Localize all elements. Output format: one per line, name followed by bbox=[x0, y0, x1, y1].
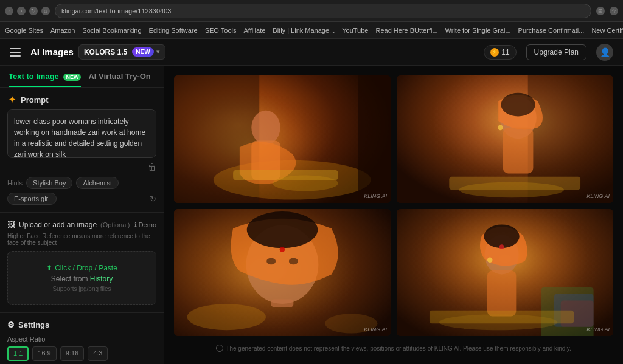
settings-label: Settings bbox=[18, 320, 49, 329]
footer-note: i The generated content does not represe… bbox=[174, 342, 613, 354]
version-dropdown[interactable]: KOLORS 1.5 NEW ▾ bbox=[78, 44, 165, 60]
text-to-image-badge: NEW bbox=[63, 74, 81, 81]
image-cell-1[interactable]: KLING AI bbox=[174, 75, 391, 203]
hints-bar: Hints Stylish Boy Alchemist E-sports gir… bbox=[7, 177, 156, 205]
bookmark-read[interactable]: Read Here BUtterfi... bbox=[375, 27, 437, 34]
upload-section: 🖼 Upload or add an image (Optional) ℹ De… bbox=[0, 213, 164, 313]
bookmarks-bar: Google Sites Amazon Social Bookmarking E… bbox=[0, 22, 623, 39]
bookmark-affiliate[interactable]: Affiliate bbox=[243, 27, 265, 34]
supports-text: Supports jpg/png files bbox=[20, 286, 144, 292]
image-grid: KLING AI bbox=[174, 75, 613, 336]
upload-icon: 🖼 bbox=[7, 220, 15, 229]
settings-section: ⚙ Settings Aspect Ratio 1:1 16:9 9:16 4:… bbox=[0, 313, 164, 364]
bookmark-bitly[interactable]: Bitly | Link Manage... bbox=[273, 27, 335, 34]
credits-icon: ⚡ bbox=[490, 48, 499, 57]
aspect-16-9[interactable]: 16:9 bbox=[32, 346, 56, 361]
select-from-label: Select from History bbox=[20, 275, 144, 283]
prompt-footer: 🗑 bbox=[7, 162, 156, 172]
aspect-1-1[interactable]: 1:1 bbox=[7, 346, 29, 361]
bookmark-seo[interactable]: SEO Tools bbox=[205, 27, 237, 34]
image-3-overlay: KLING AI bbox=[174, 209, 391, 337]
settings-icon: ⚙ bbox=[7, 320, 15, 329]
bookmark-youtube[interactable]: YouTube bbox=[342, 27, 368, 34]
aspect-4-3[interactable]: 4:3 bbox=[88, 346, 108, 361]
image-cell-3[interactable]: KLING AI bbox=[174, 209, 391, 337]
aspect-9-16[interactable]: 9:16 bbox=[60, 346, 84, 361]
extensions-button[interactable]: ⊞ bbox=[596, 7, 605, 15]
bookmark-certificate[interactable]: New Certificate - Ze... bbox=[591, 27, 623, 34]
upload-title: 🖼 Upload or add an image (Optional) bbox=[7, 220, 130, 229]
image-1-overlay: KLING AI bbox=[174, 75, 391, 203]
upload-hint-text: Higher Face Reference means more referen… bbox=[7, 233, 156, 246]
browser-chrome: ‹ › ↻ ⌂ klingai.com/text-to-image/112830… bbox=[0, 0, 623, 22]
back-button[interactable]: ‹ bbox=[5, 7, 13, 15]
bookmark-google-sites[interactable]: Google Sites bbox=[5, 27, 43, 34]
tab-virtual-try-on[interactable]: AI Virtual Try-On bbox=[88, 72, 150, 87]
prompt-header: ✦ Prompt bbox=[7, 95, 156, 105]
sidebar: Text to Image NEW AI Virtual Try-On ✦ Pr… bbox=[0, 66, 164, 364]
bookmark-social[interactable]: Social Bookmarking bbox=[82, 27, 141, 34]
bookmark-write[interactable]: Write for Single Grai... bbox=[445, 27, 511, 34]
image-cell-2[interactable]: KLING AI bbox=[397, 75, 613, 203]
hamburger-menu[interactable] bbox=[10, 48, 21, 57]
image-2-overlay: KLING AI bbox=[397, 75, 613, 203]
main-content: Text to Image NEW AI Virtual Try-On ✦ Pr… bbox=[0, 66, 623, 364]
demo-link[interactable]: ℹ Demo bbox=[134, 221, 156, 228]
hint-stylish-boy[interactable]: Stylish Boy bbox=[26, 177, 72, 189]
prompt-label: Prompt bbox=[21, 95, 49, 105]
credits-display: ⚡ 11 bbox=[484, 45, 516, 60]
watermark-4: KLING AI bbox=[586, 326, 610, 332]
tab-bar: Text to Image NEW AI Virtual Try-On bbox=[0, 66, 164, 88]
reload-button[interactable]: ↻ bbox=[29, 7, 38, 15]
info-icon: i bbox=[216, 345, 223, 352]
home-button[interactable]: ⌂ bbox=[41, 7, 50, 15]
prompt-section: ✦ Prompt lower class poor womans intrica… bbox=[0, 88, 164, 213]
bookmark-editing[interactable]: Editing Software bbox=[149, 27, 198, 34]
new-badge: NEW bbox=[132, 47, 153, 57]
info-icon: ℹ bbox=[134, 221, 137, 228]
refresh-hints-button[interactable]: ↻ bbox=[150, 194, 156, 204]
browser-controls: ‹ › ↻ ⌂ bbox=[5, 7, 50, 15]
watermark-2: KLING AI bbox=[586, 193, 610, 199]
credits-count: 11 bbox=[501, 48, 509, 57]
clear-prompt-button[interactable]: 🗑 bbox=[148, 162, 156, 172]
version-label: KOLORS 1.5 bbox=[84, 48, 127, 57]
prompt-input[interactable]: lower class poor womans intricately work… bbox=[7, 109, 156, 158]
bookmark-amazon[interactable]: Amazon bbox=[50, 27, 75, 34]
logo-text: AI Images bbox=[30, 47, 74, 57]
hint-alchemist[interactable]: Alchemist bbox=[76, 177, 119, 189]
footer-text: The generated content does not represent… bbox=[226, 345, 571, 352]
upload-label: Upload or add an image bbox=[19, 221, 97, 229]
upload-header: 🖼 Upload or add an image (Optional) ℹ De… bbox=[7, 220, 156, 229]
bookmark-purchase[interactable]: Purchase Confirmati... bbox=[518, 27, 585, 34]
hints-label: Hints bbox=[7, 179, 23, 187]
upload-cta-text: Click / Drop / Paste bbox=[55, 264, 117, 272]
url-text: klingai.com/text-to-image/112830403 bbox=[61, 7, 171, 15]
watermark-1: KLING AI bbox=[364, 193, 387, 199]
aspect-ratio-label: Aspect Ratio bbox=[7, 335, 156, 343]
bookmark-star[interactable]: ☆ bbox=[610, 7, 618, 15]
dropdown-arrow: ▾ bbox=[156, 48, 160, 56]
image-grid-area: KLING AI bbox=[164, 66, 623, 364]
optional-label: (Optional) bbox=[100, 221, 130, 228]
app-header: AI Images KOLORS 1.5 NEW ▾ ⚡ 11 Upgrade … bbox=[0, 39, 623, 66]
user-avatar[interactable]: 👤 bbox=[596, 44, 613, 61]
history-link[interactable]: History bbox=[90, 275, 113, 283]
watermark-3: KLING AI bbox=[364, 326, 387, 332]
image-4-overlay: KLING AI bbox=[397, 209, 613, 337]
image-cell-4[interactable]: KLING AI bbox=[397, 209, 613, 337]
upgrade-button[interactable]: Upgrade Plan bbox=[526, 44, 586, 60]
tab-text-to-image[interactable]: Text to Image NEW bbox=[9, 72, 81, 87]
settings-header: ⚙ Settings bbox=[7, 320, 156, 329]
upload-cta-icon: ⬆ bbox=[46, 264, 52, 272]
address-bar[interactable]: klingai.com/text-to-image/112830403 bbox=[55, 4, 591, 18]
prompt-icon: ✦ bbox=[7, 95, 17, 105]
hint-esports-girl[interactable]: E-sports girl bbox=[7, 193, 57, 205]
aspect-ratio-options: 1:1 16:9 9:16 4:3 bbox=[7, 346, 156, 361]
upload-cta: ⬆ Click / Drop / Paste bbox=[20, 264, 144, 272]
forward-button[interactable]: › bbox=[17, 7, 26, 15]
app-logo: AI Images KOLORS 1.5 NEW ▾ bbox=[30, 44, 165, 60]
upload-dropzone[interactable]: ⬆ Click / Drop / Paste Select from Histo… bbox=[7, 251, 156, 305]
